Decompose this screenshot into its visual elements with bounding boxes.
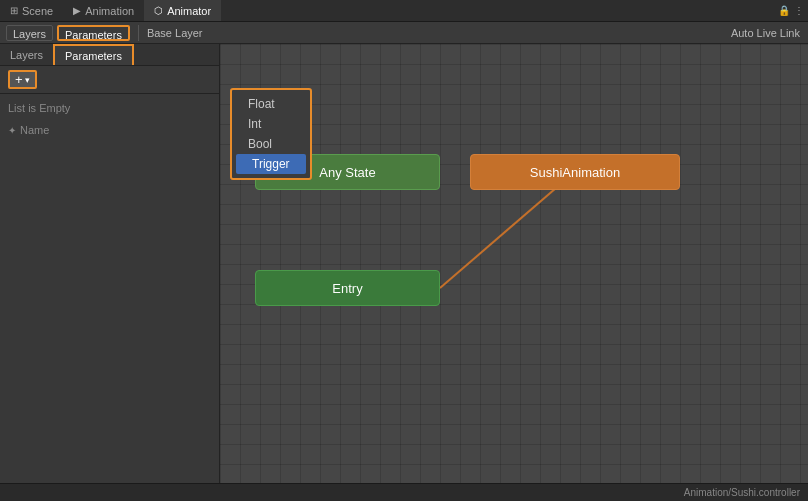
entry-node[interactable]: Entry	[255, 270, 440, 306]
name-label: Name	[20, 124, 49, 136]
sushi-animation-label: SushiAnimation	[530, 165, 620, 180]
left-panel: Layers Parameters + ▾ List is Empty ✦ Na…	[0, 44, 220, 501]
tab-layers-label: Layers	[10, 49, 43, 61]
any-state-label: Any State	[319, 165, 375, 180]
entry-label: Entry	[332, 281, 362, 296]
tab-scene[interactable]: ⊞ Scene	[0, 0, 63, 21]
layers-button[interactable]: Layers	[6, 25, 53, 41]
tab-bar: ⊞ Scene ▶ Animation ⬡ Animator 🔒 ⋮	[0, 0, 808, 22]
toolbar: Layers Parameters Base Layer Auto Live L…	[0, 22, 808, 44]
tab-lock-area: 🔒 ⋮	[778, 5, 804, 16]
tab-scene-label: Scene	[22, 5, 53, 17]
tab-parameters[interactable]: Parameters	[53, 44, 134, 65]
animation-icon: ▶	[73, 5, 81, 16]
tab-animator-label: Animator	[167, 5, 211, 17]
plus-icon: +	[15, 73, 23, 86]
dropdown-item-float[interactable]: Float	[232, 94, 310, 114]
tab-animator[interactable]: ⬡ Animator	[144, 0, 221, 21]
tab-parameters-label: Parameters	[65, 50, 122, 62]
animator-icon: ⬡	[154, 5, 163, 16]
auto-live-link-button[interactable]: Auto Live Link	[731, 27, 800, 39]
tab-layers[interactable]: Layers	[0, 44, 53, 65]
dots-icon: ⋮	[794, 5, 804, 16]
main-area: Layers Parameters + ▾ List is Empty ✦ Na…	[0, 44, 808, 501]
lock-icon: 🔒	[778, 5, 790, 16]
dropdown-item-int[interactable]: Int	[232, 114, 310, 134]
dropdown-item-trigger[interactable]: Trigger	[236, 154, 306, 174]
parameter-type-dropdown: Float Int Bool Trigger	[230, 88, 312, 180]
scene-icon: ⊞	[10, 5, 18, 16]
list-empty-label: List is Empty	[0, 94, 219, 122]
tab-animation[interactable]: ▶ Animation	[63, 0, 144, 21]
breadcrumb: Base Layer	[147, 27, 203, 39]
svg-line-1	[440, 176, 570, 288]
panel-tabs: Layers Parameters	[0, 44, 219, 66]
name-icon: ✦	[8, 125, 16, 136]
sushi-animation-node[interactable]: SushiAnimation	[470, 154, 680, 190]
parameters-button[interactable]: Parameters	[57, 25, 130, 41]
dropdown-item-bool[interactable]: Bool	[232, 134, 310, 154]
status-bar: Animation/Sushi.controller	[0, 483, 808, 501]
add-parameter-button[interactable]: + ▾	[8, 70, 37, 89]
status-text: Animation/Sushi.controller	[684, 487, 800, 498]
tab-animation-label: Animation	[85, 5, 134, 17]
name-field: ✦ Name	[0, 122, 219, 138]
toolbar-left: Layers Parameters	[6, 25, 130, 41]
add-bar: + ▾	[0, 66, 219, 94]
chevron-down-icon: ▾	[25, 75, 30, 85]
toolbar-separator	[138, 25, 139, 41]
